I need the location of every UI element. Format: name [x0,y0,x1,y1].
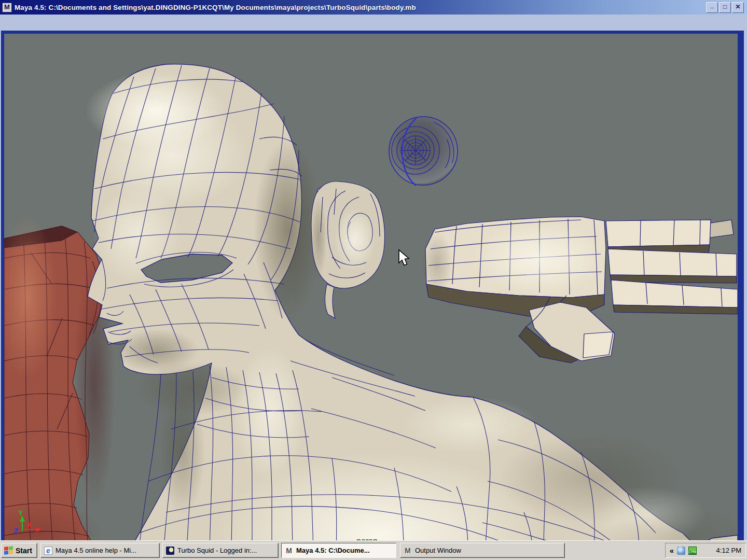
start-label: Start [16,547,32,555]
axis-z-label: Z [14,527,19,535]
close-button[interactable]: ✕ [732,2,744,13]
maya-app-icon: M [2,3,12,12]
desktop: M Maya 4.5: C:\Documents and Settings\ya… [0,0,747,560]
system-tray: « LITE 4:12 PM [665,543,746,558]
taskbar-button-output-window[interactable]: M Output Window [400,543,565,558]
turbosquid-icon [166,547,174,555]
maya-titlebar[interactable]: M Maya 4.5: C:\Documents and Settings\ya… [0,0,747,15]
window-frame: Y X Z persp [0,15,747,540]
perspective-viewport[interactable]: Y X Z persp [4,34,738,547]
internet-explorer-icon: e [44,547,52,555]
windows-logo-icon [4,546,13,554]
eyeball-model[interactable] [389,117,458,186]
maya-icon: M [285,547,293,555]
maya-icon: M [404,547,412,555]
taskbar-button-maya[interactable]: M Maya 4.5: C:\Docume... [281,543,396,558]
tray-lite-codec-icon[interactable]: LITE [688,547,697,555]
axis-y-label: Y [18,509,23,517]
minimize-button[interactable]: _ [706,2,718,13]
start-button[interactable]: Start [1,543,37,558]
taskbar-button-maya-help[interactable]: e Maya 4.5 online help - Mi... [40,543,160,558]
taskbar-button-turbosquid[interactable]: Turbo Squid - Logged in:... [162,543,279,558]
tray-expand-chevron[interactable]: « [670,547,674,554]
maximize-button[interactable]: □ [719,2,731,13]
red-torso-model[interactable] [4,214,115,547]
tray-display-icon[interactable] [677,547,685,555]
mouse-cursor [397,249,411,269]
tray-clock: 4:12 PM [716,547,741,554]
window-title: Maya 4.5: C:\Documents and Settings\yat.… [15,4,416,11]
axis-x-label: X [27,521,32,529]
taskbar: Start e Maya 4.5 online help - Mi... Tur… [0,540,747,560]
